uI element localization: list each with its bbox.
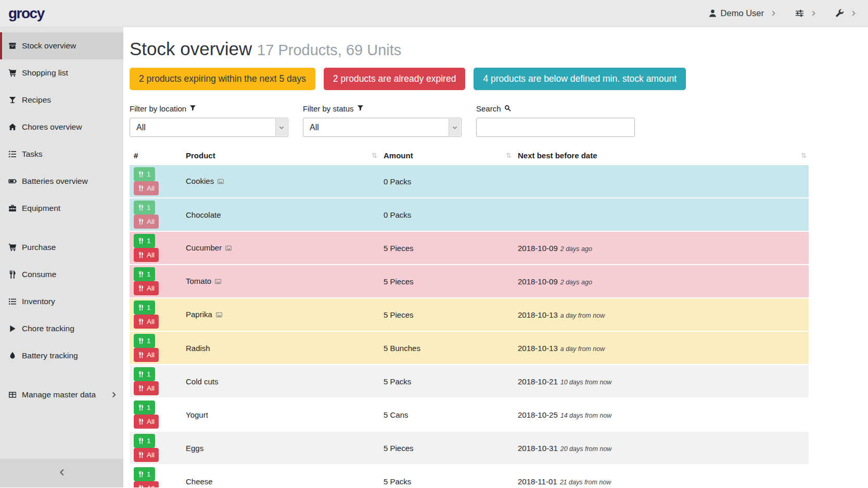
status-filter-select[interactable]: All [303,118,462,137]
product-name: Tomato [186,277,211,285]
sidebar-item-equipment[interactable]: Equipment [0,195,123,222]
cart-icon [8,69,17,77]
table-row: 1AllCucumber5 Pieces2018-10-092 days ago [130,231,809,265]
alert-info[interactable]: 4 products are below defined min. stock … [474,68,686,90]
consume-one-button[interactable]: 1 [134,434,155,448]
product-name-cell: Yogurt [182,398,379,431]
sidebar-item-label: Battery tracking [22,351,78,360]
consume-all-button[interactable]: All [134,415,159,429]
consume-one-button[interactable]: 1 [134,301,155,315]
sidebar-item-label: Shopping list [22,68,68,78]
consume-one-button[interactable]: 1 [134,367,155,381]
sidebar-item-battery-tracking[interactable]: Battery tracking [0,342,123,369]
amount-cell: 5 Pieces [379,298,514,331]
sidebar-item-chore-tracking[interactable]: Chore tracking [0,315,123,342]
product-name: Eggs [186,444,203,453]
chevron-right-icon[interactable] [811,10,816,16]
search-filter: Search [476,104,649,137]
table-row: 1AllPaprika5 Pieces2018-10-13a day from … [130,298,809,331]
chevron-right-icon[interactable] [851,10,857,16]
product-name: Cucumber [186,243,222,252]
consume-one-button[interactable]: 1 [134,334,155,348]
sidebar-item-batteries-overview[interactable]: Batteries overview [0,168,123,195]
consume-all-button[interactable]: All [134,448,159,462]
consume-one-button[interactable]: 1 [134,234,155,248]
consume-all-button[interactable]: All [134,248,159,262]
sidebar-item-manage-master-data[interactable]: Manage master data [0,381,123,408]
product-name-cell: Chocolate [182,198,379,231]
sidebar-item-inventory[interactable]: Inventory [0,288,123,315]
date-cell [514,198,809,231]
sidebar-item-consume[interactable]: Consume [0,261,123,288]
consume-all-button[interactable]: All [134,281,159,295]
settings-menu[interactable] [795,9,804,18]
column-header-date[interactable]: Next best before date⇅ [514,148,809,165]
best-before-date: 2018-11-01 [518,477,557,486]
consume-one-button[interactable]: 1 [134,201,155,215]
image-icon [215,311,223,320]
chevron-right-icon[interactable] [771,10,776,16]
sidebar-item-shopping-list[interactable]: Shopping list [0,59,123,86]
sidebar-item-tasks[interactable]: Tasks [0,141,123,168]
alert-danger[interactable]: 2 products are already expired [324,68,465,90]
product-name-cell: Cucumber [182,231,379,265]
product-name-cell: Cookies [182,165,379,198]
amount-cell: 5 Pieces [379,431,514,465]
image-icon [225,244,232,253]
location-filter-select[interactable]: All [130,118,288,137]
consume-one-button[interactable]: 1 [134,401,155,415]
chevron-down-icon [275,119,287,136]
app-logo: grocy [8,5,44,22]
product-name: Paprika [186,310,212,319]
consume-all-button[interactable]: All [134,315,159,329]
consume-one-button[interactable]: 1 [134,467,155,481]
filter-icon [357,104,364,113]
consume-all-button[interactable]: All [134,181,159,195]
sidebar-item-recipes[interactable]: Recipes [0,86,123,114]
sidebar-item-label: Inventory [22,297,55,306]
page-title: Stock overview 17 Products, 69 Units [130,39,809,59]
amount-cell: 0 Packs [379,165,514,198]
date-cell: 2018-10-13a day from now [514,331,809,365]
chevron-right-icon [111,392,117,398]
best-before-date: 2018-10-09 [518,244,558,253]
utensils-icon [8,270,17,279]
row-actions: 1All [130,465,182,487]
utensils-icon [138,285,144,292]
sidebar-item-label: Recipes [22,95,51,105]
amount-cell: 5 Packs [379,465,514,487]
table-row: 1AllTomato5 Pieces2018-10-092 days ago [130,265,809,298]
cart-icon [8,243,17,252]
consume-all-button[interactable]: All [134,348,159,362]
utensils-icon [138,304,144,311]
row-actions: 1All [130,231,182,265]
table-row: 1AllCheese5 Packs2018-11-0121 days from … [130,465,809,487]
top-header: grocy Demo User [0,0,868,27]
utensils-icon [138,452,144,458]
consume-one-button[interactable]: 1 [134,267,155,281]
row-actions: 1All [130,398,182,431]
consume-all-button[interactable]: All [134,481,159,487]
utensils-icon [138,418,144,425]
amount-cell: 5 Packs [379,365,514,398]
sidebar-item-stock-overview[interactable]: Stock overview [0,32,123,59]
sidebar-item-purchase[interactable]: Purchase [0,234,123,261]
user-menu[interactable]: Demo User [708,8,764,18]
search-input[interactable] [476,118,635,137]
sidebar-item-chores-overview[interactable]: Chores overview [0,114,123,141]
column-header-product[interactable]: Product⇅ [182,148,379,165]
consume-all-button[interactable]: All [134,381,159,395]
alert-warning[interactable]: 2 products expiring within the next 5 da… [130,68,315,90]
date-cell: 2018-10-13a day from now [514,298,809,331]
amount-cell: 5 Pieces [379,265,514,298]
sidebar-collapse-button[interactable] [0,459,123,487]
column-header-amount[interactable]: Amount⇅ [379,148,514,165]
consume-one-button[interactable]: 1 [134,167,155,181]
consume-all-button[interactable]: All [134,215,159,229]
admin-menu[interactable] [835,9,844,18]
row-actions: 1All [130,265,182,298]
sidebar-item-label: Chore tracking [22,324,74,333]
date-cell: 2018-11-0121 days from now [514,465,809,487]
user-icon [708,9,717,18]
table-row: 1AllCookies0 Packs [130,165,809,198]
